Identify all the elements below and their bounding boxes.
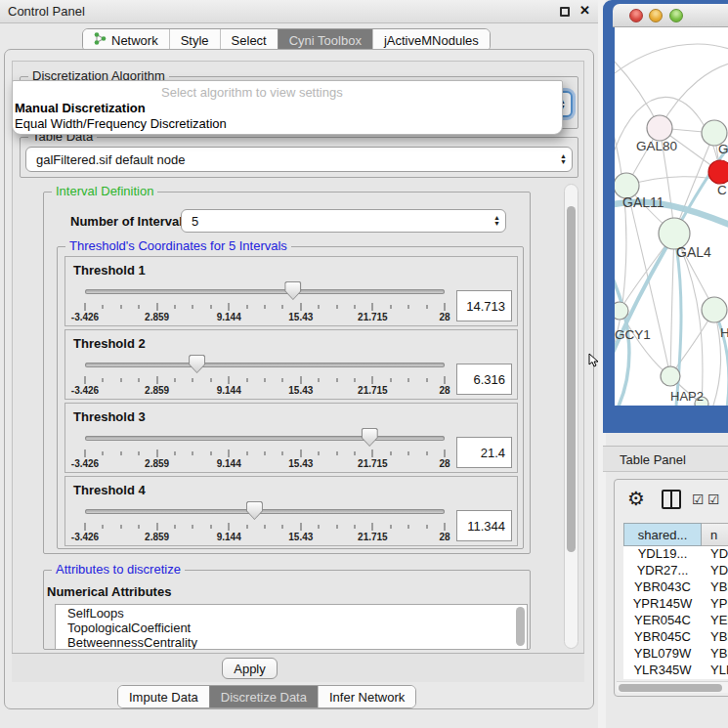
content-scrollbar-thumb[interactable] (567, 206, 576, 552)
slider-tick (120, 305, 121, 309)
minimize-traffic-light-icon[interactable] (649, 9, 663, 22)
slider-tick (355, 305, 356, 309)
table-row[interactable]: YDL19...YDL1 (623, 546, 728, 563)
cell-name[interactable]: YER0 (702, 613, 728, 629)
table-row[interactable]: YER054CYER0 (623, 613, 728, 629)
cell-name[interactable]: YBR0 (702, 579, 728, 596)
table-hscrollbar[interactable] (617, 681, 728, 693)
slider-tick-labels: -3.4262.8599.14415.4321.71528 (85, 385, 445, 397)
slider-thumb[interactable] (246, 501, 263, 520)
slider-tick-label: 28 (439, 458, 450, 469)
attributes-scrollbar-thumb[interactable] (516, 607, 525, 646)
zoom-traffic-light-icon[interactable] (669, 9, 683, 22)
table-row[interactable]: YLR345WYLR3 (623, 663, 728, 679)
content-scrollbar[interactable] (564, 184, 578, 649)
threshold-slider[interactable]: -3.4262.8599.14415.4321.71528 (85, 257, 445, 327)
cell-name[interactable]: YBL0 (702, 646, 728, 663)
table-body[interactable]: YDL19...YDL1YDR27...YDR2YBR043CYBR0YPR14… (623, 546, 728, 679)
slider-tick (139, 525, 140, 529)
algorithm-item-equal-width-frequency[interactable]: Equal Width/Frequency Discretization (15, 116, 227, 131)
tab-network-label: Network (111, 33, 158, 48)
table-row[interactable]: YBL079WYBL0 (623, 646, 728, 663)
close-traffic-light-icon[interactable] (629, 9, 643, 22)
slider-track[interactable] (85, 289, 445, 294)
tab-style[interactable]: Style (169, 29, 220, 51)
attribute-list-item[interactable]: TopologicalCoefficient (56, 620, 527, 634)
cell-name[interactable]: YLR3 (702, 663, 728, 679)
threshold-value-field[interactable]: 6.316 (456, 364, 512, 395)
slider-tick (445, 303, 446, 311)
threshold-value-field[interactable]: 21.4 (456, 437, 512, 468)
table-row[interactable]: YBR045CYBR0 (623, 629, 728, 646)
node-hap2[interactable] (661, 366, 680, 386)
cell-shared-name[interactable]: YDL19... (623, 546, 702, 563)
slider-tick (210, 525, 211, 529)
cell-name[interactable]: YPR1 (702, 596, 728, 613)
slider-tick (210, 451, 211, 455)
table-row[interactable]: YBR043CYBR0 (623, 579, 728, 596)
apply-button[interactable]: Apply (222, 658, 278, 679)
algorithm-placeholder-item[interactable]: Select algorithm to view settings (161, 85, 343, 100)
slider-tick-label: -3.426 (71, 458, 99, 469)
tab-impute-data[interactable]: Impute Data (118, 686, 209, 707)
split-columns-icon[interactable] (662, 490, 681, 509)
slider-track[interactable] (85, 436, 445, 441)
cell-shared-name[interactable]: YLR345W (623, 663, 702, 679)
node-label-gal11: GAL11 (622, 194, 664, 210)
cell-name[interactable]: YDL1 (702, 546, 728, 563)
cell-shared-name[interactable]: YDR27... (623, 563, 702, 579)
interval-definition-group-title: Interval Definition (52, 184, 157, 198)
threshold-slider[interactable]: -3.4262.8599.14415.4321.71528 (85, 404, 445, 474)
slider-track[interactable] (85, 509, 445, 514)
cell-shared-name[interactable]: YBR045C (623, 629, 702, 646)
cell-shared-name[interactable]: YPR145W (623, 596, 702, 613)
tab-infer-network[interactable]: Infer Network (318, 686, 415, 707)
threshold-value-field[interactable]: 14.713 (456, 290, 512, 321)
slider-thumb[interactable] (362, 428, 378, 447)
threshold-slider[interactable]: -3.4262.8599.14415.4321.71528 (85, 330, 445, 401)
node-h[interactable] (702, 297, 727, 322)
close-icon[interactable]: ✕ (579, 3, 590, 18)
slider-tick (156, 376, 157, 384)
tab-discretize-data[interactable]: Discretize Data (209, 686, 318, 707)
slider-tick (445, 523, 446, 531)
checkbox-icon[interactable]: ☑ (692, 492, 705, 507)
network-canvas[interactable]: GAL80 GA C GAL11 GAL4 GCY1 H HAP2 (615, 27, 728, 406)
checkbox-icon[interactable]: ☑ (707, 492, 720, 507)
numerical-attributes-list[interactable]: SelfLoopsTopologicalCoefficientBetweenne… (55, 604, 528, 650)
cell-shared-name[interactable]: YBL079W (623, 646, 702, 663)
slider-track[interactable] (85, 363, 445, 367)
slider-tick (85, 376, 86, 384)
table-data-combobox[interactable]: galFiltered.sif default node ▲▼ (25, 147, 573, 172)
algorithm-item-manual-discretization[interactable]: Manual Discretization (15, 101, 146, 115)
cell-name[interactable]: YDR2 (702, 563, 728, 579)
attribute-list-item[interactable]: SelfLoops (56, 605, 527, 620)
node-gal80[interactable] (647, 115, 672, 141)
network-nodes[interactable] (615, 115, 728, 406)
tab-network[interactable]: Network (83, 29, 169, 51)
attribute-list-item[interactable]: BetweennessCentrality (56, 634, 527, 649)
node-red-selected[interactable] (708, 160, 728, 184)
tab-cyni-toolbox[interactable]: Cyni Toolbox (278, 29, 372, 51)
slider-tick-label: 21.715 (358, 385, 388, 396)
cell-shared-name[interactable]: YER054C (623, 613, 702, 629)
number-of-intervals-combobox[interactable]: 5 ▲▼ (181, 209, 506, 233)
float-window-icon[interactable] (560, 7, 570, 17)
cell-shared-name[interactable]: YBR043C (623, 579, 702, 596)
table-row[interactable]: YPR145WYPR1 (623, 596, 728, 613)
threshold-slider[interactable]: -3.4262.8599.14415.4321.71528 (85, 477, 445, 547)
cell-name[interactable]: YBR0 (702, 629, 728, 646)
node-gcy1[interactable] (615, 302, 628, 320)
threshold-value-field[interactable]: 11.344 (456, 510, 512, 541)
slider-thumb[interactable] (284, 281, 301, 300)
table-row[interactable]: YDR27...YDR2 (623, 563, 728, 579)
slider-tick-label: -3.426 (71, 312, 99, 322)
network-window-titlebar[interactable] (613, 4, 728, 27)
tab-select[interactable]: Select (220, 29, 278, 51)
column-header-shared-name[interactable]: shared... (623, 523, 702, 546)
column-header-name[interactable]: n (702, 523, 728, 546)
gear-icon[interactable]: ⚙ (627, 487, 645, 510)
tab-jactivemnodules[interactable]: jActiveMNodules (372, 29, 490, 51)
slider-thumb[interactable] (189, 355, 205, 373)
table-hscrollbar-thumb[interactable] (619, 684, 722, 692)
